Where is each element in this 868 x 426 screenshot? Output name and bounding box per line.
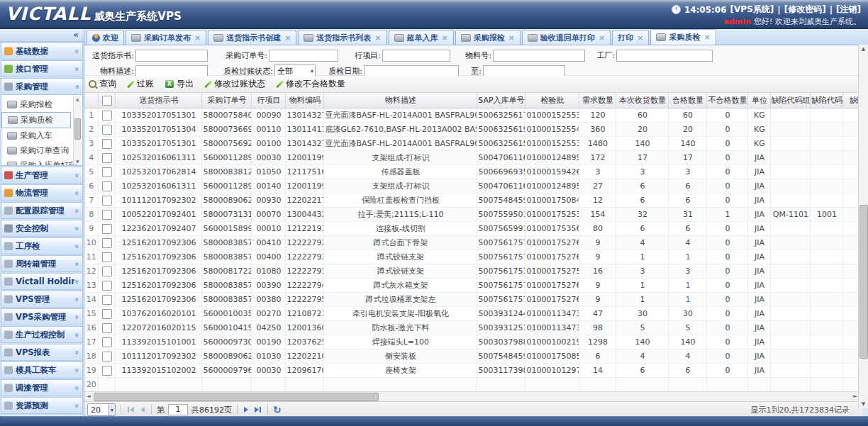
table-row[interactable]: 110335201705130158000758400009013014327亚…	[84, 108, 859, 123]
column-header[interactable]: 采购订单号	[202, 93, 252, 108]
sidebar-item-3[interactable]: 采购订单查询	[1, 143, 82, 158]
chevron-icon[interactable]: »	[73, 173, 81, 177]
sidebar-group-14[interactable]: 模具工装车»	[1, 361, 83, 379]
chevron-icon[interactable]: »	[73, 403, 81, 408]
table-row[interactable]: 1012516201709230658000838570041012222792…	[84, 236, 859, 250]
column-header[interactable]: 缺陷代码	[811, 93, 843, 108]
qualified-qty-link[interactable]: 1	[669, 279, 707, 293]
sidebar-group-4[interactable]: 物流管理»	[1, 184, 83, 201]
scroll-left-icon[interactable]: ◄	[84, 392, 93, 401]
chevron-icon[interactable]: »	[73, 84, 81, 89]
table-row[interactable]: 1212516201709230658000817220108012222793…	[84, 264, 859, 279]
column-header[interactable]: 物料编码	[286, 93, 324, 108]
table-row[interactable]: 912236201709240756000158990001012122193连…	[84, 222, 859, 236]
toolbar-button-2[interactable]: 导出	[165, 78, 194, 90]
sidebar-item-0[interactable]: 采购报检	[1, 97, 82, 112]
page-size-select[interactable]: 20 ▾	[87, 403, 116, 416]
tab-4[interactable]: 超单入库×	[389, 30, 454, 45]
row-checkbox[interactable]	[102, 352, 112, 361]
chevron-icon[interactable]: »	[73, 262, 81, 266]
sidebar-group-3[interactable]: 生产管理»	[1, 167, 83, 184]
table-row[interactable]: 1711339201510100156000097300019012037625…	[84, 335, 859, 349]
sidebar-group-12[interactable]: 生产过程控制»	[1, 326, 83, 343]
scroll-up-icon[interactable]: ▲	[74, 96, 82, 102]
qualified-qty-link[interactable]: 1	[669, 250, 707, 264]
scroll-thumb[interactable]	[74, 118, 81, 140]
column-header[interactable]: 合格数量	[669, 93, 707, 108]
row-checkbox[interactable]	[102, 153, 112, 163]
horizontal-scrollbar[interactable]: ◄ ►	[84, 391, 859, 401]
tab-8[interactable]: 采购质检×	[650, 29, 716, 45]
sidebar-group-6[interactable]: 安全控制»	[1, 220, 83, 237]
filter-input[interactable]	[364, 65, 459, 77]
prev-page-button[interactable]	[139, 407, 146, 413]
column-header[interactable]: 不合格数量	[707, 93, 748, 108]
chevron-icon[interactable]: »	[73, 226, 81, 230]
row-checkbox[interactable]	[102, 210, 112, 220]
chevron-icon[interactable]: »	[73, 279, 81, 284]
column-header[interactable]: 行项目	[252, 93, 286, 108]
chevron-icon[interactable]: »	[73, 244, 81, 248]
tab-5[interactable]: 采购报检×	[455, 30, 521, 45]
tab-6[interactable]: 验收退回单打印×	[522, 30, 611, 45]
table-row[interactable]: 1510376201602010156000100350027012108721…	[84, 307, 859, 321]
sidebar-item-1[interactable]: 采购质检	[1, 112, 71, 128]
row-checkbox[interactable]	[102, 252, 112, 262]
toolbar-button-4[interactable]: 修改不合格数量	[277, 78, 345, 90]
filter-input[interactable]	[493, 50, 585, 62]
vps-system-link[interactable]: [VPS系统]	[730, 4, 774, 16]
table-row[interactable]: 1312516201709230658000838570039012222794…	[84, 279, 859, 293]
sidebar-item-4[interactable]: 采购入库单打印	[1, 158, 82, 166]
table-row[interactable]: 1412516201709230658000838570038012222795…	[84, 293, 859, 307]
row-checkbox[interactable]	[102, 196, 112, 206]
toolbar-button-0[interactable]: 查询	[89, 78, 116, 90]
sidebar-group-5[interactable]: 配置跟踪管理»	[1, 202, 83, 219]
close-icon[interactable]: ×	[599, 33, 605, 43]
scroll-down-icon[interactable]: ▼	[74, 158, 82, 164]
chevron-icon[interactable]: »	[73, 350, 81, 354]
sidebar-group-8[interactable]: 周转箱管理»	[1, 255, 83, 272]
row-checkbox[interactable]	[102, 238, 112, 248]
table-row[interactable]: 1612207201602011556000104150425012001360…	[84, 321, 859, 335]
column-header[interactable]: 缺陷代码组	[771, 93, 811, 108]
filter-input[interactable]	[269, 50, 338, 62]
vertical-scrollbar[interactable]: ▲ ▼	[858, 45, 868, 408]
submenu-scrollbar[interactable]: ▲▼	[73, 96, 82, 164]
row-checkbox[interactable]	[102, 267, 112, 276]
filter-input[interactable]	[135, 65, 208, 77]
table-row[interactable]: 310335201705130158000756920010013014327亚…	[84, 137, 859, 151]
tab-3[interactable]: 送货指示书列表×	[298, 30, 386, 45]
filter-input[interactable]	[135, 50, 208, 62]
tab-0[interactable]: 欢迎	[87, 30, 124, 45]
chevron-icon[interactable]: »	[73, 332, 81, 337]
scroll-up-icon[interactable]: ▲	[859, 45, 868, 53]
logout-link[interactable]: [注销]	[836, 4, 861, 16]
chevron-icon[interactable]: »	[73, 67, 81, 71]
chevron-icon[interactable]: »	[73, 368, 81, 372]
row-checkbox[interactable]	[102, 309, 112, 319]
column-header[interactable]: 本次收货数量	[616, 93, 669, 108]
table-row[interactable]: 710111201709230258000890620093012202217保…	[84, 194, 859, 208]
sidebar-group-0[interactable]: 基础数据»	[1, 43, 83, 60]
row-checkbox[interactable]	[102, 139, 112, 149]
sidebar-item-2[interactable]: 采购入车	[1, 128, 82, 143]
last-page-button[interactable]	[253, 407, 262, 413]
column-header[interactable]: 物料描述	[324, 93, 477, 108]
table-row[interactable]: 1112516201709230658000838570040012222793…	[84, 250, 859, 264]
table-row[interactable]: 1810111201709230258000890620103012202210…	[84, 349, 859, 364]
row-checkbox[interactable]	[102, 281, 112, 291]
column-header[interactable]: 单位	[748, 93, 771, 108]
table-row[interactable]: 410253201606131156000112890003012001199支…	[84, 151, 859, 165]
sidebar-group-7[interactable]: 工序检»	[1, 237, 83, 254]
column-header[interactable]: 需求数量	[579, 93, 616, 108]
close-icon[interactable]: ×	[508, 33, 515, 43]
row-checkbox[interactable]	[102, 181, 112, 191]
chevron-icon[interactable]: »	[73, 49, 81, 53]
row-checkbox[interactable]	[102, 167, 112, 177]
row-checkbox[interactable]	[102, 125, 112, 135]
sidebar-group-13[interactable]: VPS报表»	[1, 344, 83, 361]
vertical-scroll-thumb[interactable]	[859, 205, 868, 359]
chevron-icon[interactable]: »	[73, 297, 81, 301]
sidebar-group-9[interactable]: Victall Holding»	[1, 273, 83, 290]
table-row[interactable]: 810052201709240158000731310007013004432拉…	[84, 208, 859, 222]
